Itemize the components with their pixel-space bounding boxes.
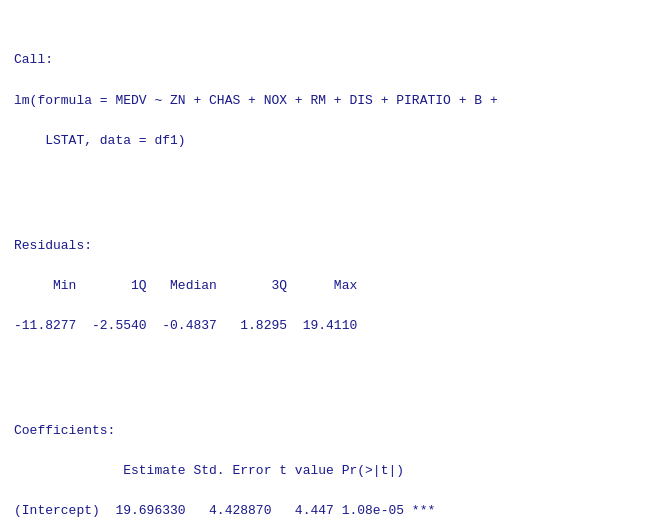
- residuals-header: Min 1Q Median 3Q Max: [14, 278, 357, 293]
- coefficients-section: Coefficients: Estimate Std. Error t valu…: [14, 401, 643, 531]
- call-label: Call:: [14, 52, 53, 67]
- coeff-intercept-row: (Intercept) 19.696330 4.428870 4.447 1.0…: [14, 503, 435, 518]
- call-line1: lm(formula = MEDV ~ ZN + CHAS + NOX + RM…: [14, 93, 498, 108]
- call-section: Call: lm(formula = MEDV ~ ZN + CHAS + NO…: [14, 30, 643, 151]
- call-line2: LSTAT, data = df1): [14, 133, 186, 148]
- residuals-label: Residuals:: [14, 238, 92, 253]
- r-output: Call: lm(formula = MEDV ~ ZN + CHAS + NO…: [14, 10, 643, 531]
- residuals-section: Residuals: Min 1Q Median 3Q Max -11.8277…: [14, 215, 643, 336]
- residuals-values: -11.8277 -2.5540 -0.4837 1.8295 19.4110: [14, 318, 357, 333]
- coefficients-label: Coefficients:: [14, 423, 115, 438]
- coeff-header: Estimate Std. Error t value Pr(>|t|): [14, 463, 435, 478]
